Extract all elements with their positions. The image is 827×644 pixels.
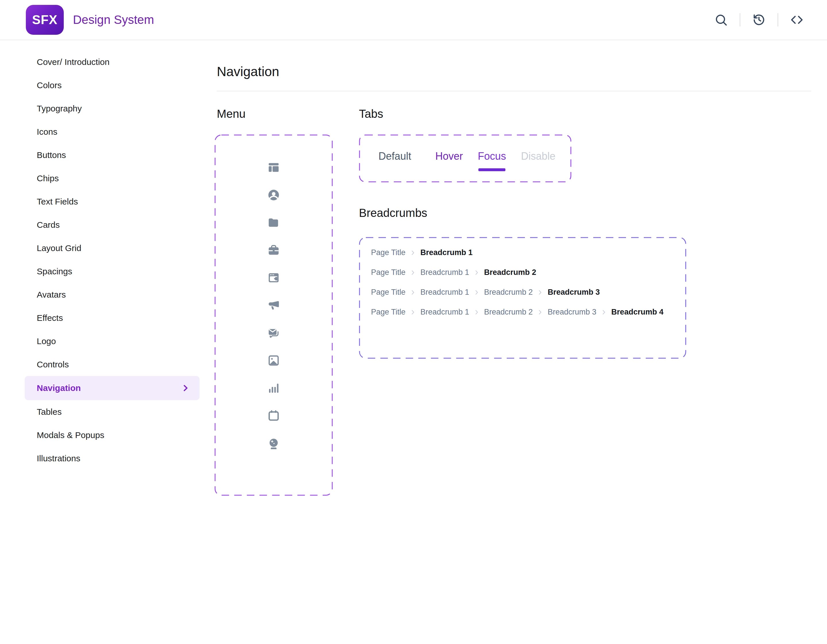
briefcase-icon[interactable] xyxy=(267,244,280,257)
sidebar-item-icons[interactable]: Icons xyxy=(25,120,200,143)
page-title: Navigation xyxy=(217,64,279,79)
tab-label: Disable xyxy=(521,150,555,163)
crystal-ball-icon[interactable] xyxy=(267,437,280,450)
breadcrumb-link[interactable]: Breadcrumb 2 xyxy=(484,308,533,317)
sidebar-item-label: Logo xyxy=(37,336,56,346)
sidebar-item-label: Avatars xyxy=(37,290,66,300)
header-divider xyxy=(778,13,778,27)
tab-label: Default xyxy=(378,150,411,163)
breadcrumb-link[interactable]: Page Title xyxy=(371,268,406,277)
tabs-demo: Default Hover Focus Disable xyxy=(359,134,555,171)
history-button[interactable] xyxy=(751,12,767,28)
tab-focus[interactable]: Focus xyxy=(478,150,506,171)
sidebar-item-label: Tables xyxy=(37,407,62,417)
tab-label: Hover xyxy=(435,150,463,163)
calendar-icon[interactable] xyxy=(267,409,280,422)
tab-underline xyxy=(524,168,552,171)
sidebar-item-label: Typography xyxy=(37,104,82,114)
sidebar-item-effects[interactable]: Effects xyxy=(25,306,200,330)
tab-underline xyxy=(381,168,408,171)
tabs-spec-frame: Default Hover Focus Disable xyxy=(359,134,571,182)
breadcrumb-row: Page Title Breadcrumb 1 Breadcrumb 2 Bre… xyxy=(371,302,686,322)
chevron-separator-icon xyxy=(473,269,480,276)
breadcrumb-examples: Page Title Breadcrumb 1 Page Title Bread… xyxy=(359,237,686,322)
history-icon xyxy=(752,13,766,27)
mail-message-icon[interactable] xyxy=(267,326,280,339)
sidebar-item-label: Modals & Popups xyxy=(37,430,104,440)
breadcrumb-link[interactable]: Breadcrumb 1 xyxy=(420,268,469,277)
sidebar-item-typography[interactable]: Typography xyxy=(25,97,200,120)
breadcrumb-link[interactable]: Page Title xyxy=(371,288,406,297)
sidebar-item-label: Icons xyxy=(37,127,58,137)
sidebar-item-navigation[interactable]: Navigation xyxy=(25,376,200,400)
chevron-separator-icon xyxy=(473,289,480,296)
sidebar-item-cards[interactable]: Cards xyxy=(25,213,200,236)
sidebar-item-logo[interactable]: Logo xyxy=(25,330,200,353)
folder-icon[interactable] xyxy=(267,216,280,229)
tab-underline xyxy=(435,168,463,171)
sidebar-item-colors[interactable]: Colors xyxy=(25,73,200,97)
breadcrumb-row: Page Title Breadcrumb 1 Breadcrumb 2 xyxy=(371,263,686,282)
chevron-separator-icon xyxy=(537,309,544,316)
chevron-separator-icon xyxy=(409,289,417,296)
breadcrumb-current: Breadcrumb 3 xyxy=(548,288,600,297)
menu-spec-frame xyxy=(214,134,333,496)
sidebar-item-label: Text Fields xyxy=(37,197,78,206)
sidebar-item-illustrations[interactable]: Illustrations xyxy=(25,447,200,470)
breadcrumbs-spec-frame: Page Title Breadcrumb 1 Page Title Bread… xyxy=(359,237,686,359)
layout-dashboard-icon[interactable] xyxy=(267,161,280,174)
sidebar-item-spacings[interactable]: Spacings xyxy=(25,259,200,283)
app-header: SFX Design System xyxy=(0,0,827,40)
sidebar-item-tables[interactable]: Tables xyxy=(25,400,200,424)
logo-text: SFX xyxy=(32,13,58,27)
image-icon[interactable] xyxy=(267,354,280,367)
sidebar-item-text-fields[interactable]: Text Fields xyxy=(25,190,200,213)
sidebar-item-modals-popups[interactable]: Modals & Popups xyxy=(25,424,200,447)
sidebar-item-chips[interactable]: Chips xyxy=(25,167,200,190)
header-actions xyxy=(713,12,805,28)
sidebar-item-layout-grid[interactable]: Layout Grid xyxy=(25,236,200,259)
app-window-icon[interactable] xyxy=(267,271,280,284)
code-button[interactable] xyxy=(789,12,805,28)
breadcrumb-link[interactable]: Page Title xyxy=(371,308,406,317)
sidebar-item-cover-introduction[interactable]: Cover/ Introduction xyxy=(25,50,200,73)
chevron-separator-icon xyxy=(409,249,417,256)
sidebar-item-label: Spacings xyxy=(37,267,72,276)
megaphone-icon[interactable] xyxy=(267,299,280,312)
vertical-menu xyxy=(214,134,333,496)
breadcrumb-link[interactable]: Page Title xyxy=(371,248,406,257)
breadcrumb-current: Breadcrumb 1 xyxy=(420,248,473,257)
breadcrumb-current: Breadcrumb 2 xyxy=(484,268,537,277)
user-circle-icon[interactable] xyxy=(267,188,280,202)
breadcrumbs-section-title: Breadcrumbs xyxy=(359,206,427,219)
breadcrumb-link[interactable]: Breadcrumb 1 xyxy=(420,308,469,317)
sfx-logo[interactable]: SFX xyxy=(26,5,64,35)
sidebar-item-label: Cards xyxy=(37,220,60,230)
sidebar-item-buttons[interactable]: Buttons xyxy=(25,143,200,167)
sidebar-item-label: Chips xyxy=(37,174,59,183)
bar-chart-icon[interactable] xyxy=(267,381,280,395)
tab-label: Focus xyxy=(478,150,506,163)
code-icon xyxy=(790,13,804,27)
menu-section-title: Menu xyxy=(217,108,245,120)
chevron-right-icon xyxy=(181,383,190,393)
tab-hover[interactable]: Hover xyxy=(435,150,463,171)
sidebar-item-label: Illustrations xyxy=(37,453,80,463)
search-button[interactable] xyxy=(713,12,729,28)
sidebar: Cover/ Introduction Colors Typography Ic… xyxy=(25,50,200,470)
sidebar-item-avatars[interactable]: Avatars xyxy=(25,283,200,306)
breadcrumb-link[interactable]: Breadcrumb 3 xyxy=(548,308,596,317)
header-divider xyxy=(740,13,740,27)
tab-default[interactable]: Default xyxy=(378,150,411,171)
sidebar-item-label: Navigation xyxy=(37,383,81,393)
sidebar-item-controls[interactable]: Controls xyxy=(25,353,200,376)
breadcrumb-link[interactable]: Breadcrumb 2 xyxy=(484,288,533,297)
breadcrumb-row: Page Title Breadcrumb 1 xyxy=(371,243,686,263)
sidebar-item-label: Layout Grid xyxy=(37,243,81,253)
app-title: Design System xyxy=(73,13,154,27)
sidebar-item-label: Colors xyxy=(37,80,62,90)
sidebar-item-label: Buttons xyxy=(37,150,66,160)
breadcrumb-link[interactable]: Breadcrumb 1 xyxy=(420,288,469,297)
chevron-separator-icon xyxy=(473,309,480,316)
sidebar-item-label: Effects xyxy=(37,313,63,323)
